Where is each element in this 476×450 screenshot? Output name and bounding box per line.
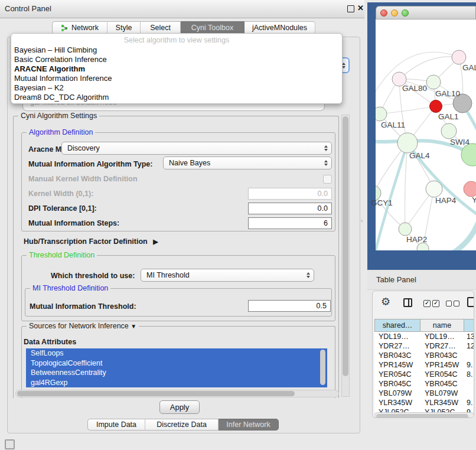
cell: 12 [464,341,474,351]
tab-cyni-toolbox-label: Cyni Toolbox [191,24,233,32]
column-header-clipped[interactable] [464,319,474,332]
mi-steps-input[interactable]: 6 [248,217,332,229]
column-header-name[interactable]: name [420,319,464,332]
list-item[interactable]: BetweennessCentrality [26,368,327,378]
node-label: SWI4 [450,138,470,146]
tab-jactivemnodules[interactable]: jActiveMNodules [244,21,315,34]
apply-button[interactable]: Apply [159,400,200,414]
tab-network[interactable]: Network [52,21,107,34]
node-gal4 [397,133,418,153]
algorithm-option[interactable]: Dream8 DC_TDC Algorithm [11,93,342,102]
network-graph [376,19,476,250]
cell: YBR043C [420,351,464,360]
splitter-handle[interactable]: ‹ [361,217,363,224]
node-swi4 [441,123,457,139]
dpi-tolerance-input[interactable]: 0.0 [248,203,332,214]
cell: YDL19… [420,332,464,341]
tab-select-label: Select [150,24,171,32]
manual-kernel-checkbox[interactable] [323,175,332,184]
dpi-tolerance-value: 0.0 [318,204,328,213]
window-minimize-icon[interactable] [391,9,398,17]
tab-select[interactable]: Select [141,21,181,34]
tab-infer-network[interactable]: Infer Network [219,419,279,431]
which-threshold-select[interactable]: MI Threshold [141,269,314,282]
algorithm-option-selected[interactable]: ARACNE Algorithm [11,64,342,74]
algorithm-option[interactable]: Basic Correlation Inference [11,55,342,64]
node-hap4 [426,181,442,197]
mi-type-select[interactable]: Naive Bayes [163,156,332,169]
table-row[interactable]: YDL19… YDL19… 13 [374,332,474,341]
list-item[interactable]: gal4RGexp [26,378,327,388]
apply-button-label: Apply [170,403,190,412]
cell: YBR043C [374,351,420,360]
node-hap2 [399,223,412,236]
table-row[interactable]: YBR043C YBR043C [374,351,474,360]
tab-style[interactable]: Style [107,21,141,34]
network-edges-gray [376,52,472,249]
tab-impute-data[interactable]: Impute Data [87,419,145,431]
control-panel-titlebar[interactable]: Control Panel ✕ [0,0,364,18]
float-window-icon[interactable] [347,5,354,12]
sources-group-title: Sources for Network Inference [29,322,129,330]
settings-hscrollbar[interactable] [15,390,339,397]
table-row[interactable]: YER054C YER054C 8. [374,370,474,379]
split-view-icon[interactable] [403,298,412,307]
window-close-icon[interactable] [380,9,387,17]
cell: 9. [464,407,474,412]
network-window-titlebar[interactable] [376,6,476,19]
bottom-tabbar: Impute Data Discretize Data Infer Networ… [87,419,279,431]
table-row[interactable]: YDR27… YDR27… 12 [374,341,474,351]
mi-steps-label: Mutual Information Steps: [28,219,119,227]
column-header-shared-label: shared… [383,321,413,330]
settings-vscrollbar[interactable] [341,115,350,397]
window-zoom-icon[interactable] [402,9,409,17]
network-canvas[interactable] [376,19,476,250]
mi-steps-value: 6 [324,219,328,227]
mi-threshold-input[interactable]: 0.5 [248,300,331,312]
tab-discretize-data[interactable]: Discretize Data [145,419,219,431]
list-item[interactable]: SelfLoops [26,348,327,358]
expand-right-icon: ▶ [153,238,158,245]
column-header-shared[interactable]: shared… [374,319,420,332]
which-threshold-label: Which threshold to use: [51,272,135,280]
algorithm-definition-title: Algorithm Definition [27,128,95,136]
algorithm-option[interactable]: Mutual Information Inference [11,74,342,83]
cell: YDL19… [374,332,420,341]
cell: YER054C [420,370,464,379]
column-header-name-label: name [433,321,451,330]
algorithm-popup-placeholder: Select algorithm to view settings [11,34,342,45]
aracne-mode-select[interactable]: Discovery [61,142,332,155]
kernel-width-input[interactable]: 0.0 [248,188,332,200]
list-scrollbar[interactable] [320,350,325,385]
tab-cyni-toolbox[interactable]: Cyni Toolbox [181,21,244,34]
mi-threshold-label: Mutual Information Threshold: [30,302,136,311]
hide-columns-icon[interactable] [446,301,459,306]
cell: 9. [464,398,474,407]
table-function-icon[interactable] [467,297,474,307]
table-row[interactable]: YPR145W YPR145W 9. [374,360,474,370]
cell: YBL079W [420,389,464,398]
list-item[interactable]: TopologicalCoefficient [26,358,327,369]
hub-definition-expander[interactable]: Hub/Transcription Factor Definition ▶ [24,237,158,246]
node-label: GAL80 [402,84,427,93]
mi-type-value: Naive Bayes [169,159,210,167]
table-row[interactable]: YLR345W YLR345W 9. [374,398,474,407]
tab-infer-network-label: Infer Network [226,420,270,429]
table-body: YDL19… YDL19… 13 YDR27… YDR27… 12 YBR043… [374,332,474,412]
table-hscrollbar[interactable] [374,412,474,418]
node-label: GAL11 [381,120,405,129]
table-row[interactable]: YBR045C YBR045C [374,379,474,389]
control-panel-title: Control Panel [5,4,51,13]
close-icon[interactable]: ✕ [357,4,364,12]
collapsed-panel-icon[interactable] [5,439,15,449]
algorithm-option[interactable]: Bayesian – K2 [11,83,342,93]
table-settings-gear-icon[interactable]: ⚙ [381,296,390,307]
show-columns-icon[interactable]: ✓✓ [423,300,439,307]
cell: YBR045C [374,379,420,389]
table-row[interactable]: YJL052C YJL052C 9. [374,407,474,412]
sources-group-title-wrap[interactable]: Sources for Network Inference ▼ [27,322,139,330]
manual-kernel-label: Manual Kernel Width Definition [28,175,138,183]
table-row[interactable]: YBL079W YBL079W [374,389,474,398]
algorithm-option[interactable]: Bayesian – Hill Climbing [11,45,342,55]
hub-definition-label: Hub/Transcription Factor Definition [24,237,148,246]
